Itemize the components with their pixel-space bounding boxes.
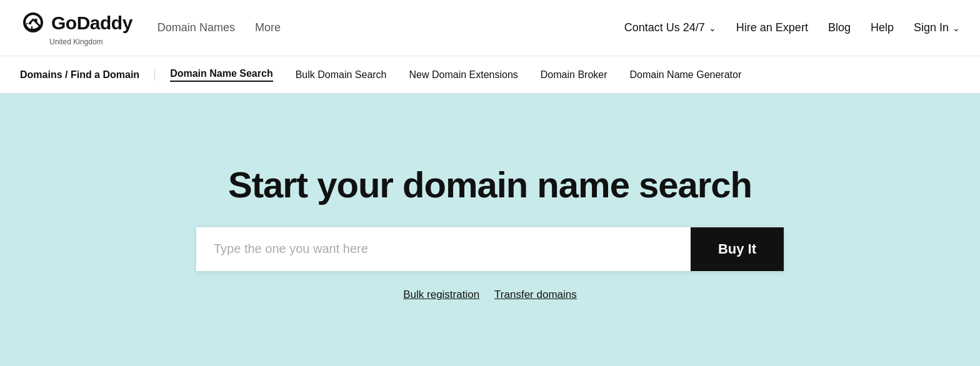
sign-in-button[interactable]: Sign In ⌄ (914, 21, 960, 34)
bulk-registration-link[interactable]: Bulk registration (403, 289, 479, 301)
godaddy-logo-icon (20, 10, 46, 36)
tab-domain-name-search[interactable]: Domain Name Search (170, 68, 273, 82)
header-nav-left: Domain Names More (158, 21, 624, 34)
nav-hire-expert[interactable]: Hire an Expert (736, 21, 808, 34)
tab-domain-broker[interactable]: Domain Broker (541, 69, 608, 81)
breadcrumb: Domains / Find a Domain (20, 69, 155, 81)
search-bar: Buy It (196, 227, 784, 271)
nav-help[interactable]: Help (871, 21, 894, 34)
header: GoDaddy United Kingdom Domain Names More… (0, 0, 980, 56)
logo-text: GoDaddy (51, 12, 132, 34)
nav-domain-names[interactable]: Domain Names (158, 21, 235, 34)
subnav-links: Domain Name Search Bulk Domain Search Ne… (170, 68, 741, 82)
transfer-domains-link[interactable]: Transfer domains (494, 289, 577, 301)
hero-links: Bulk registration Transfer domains (403, 289, 577, 301)
contact-us-label: Contact Us 24/7 (624, 21, 705, 34)
logo-area[interactable]: GoDaddy United Kingdom (20, 10, 132, 46)
nav-more[interactable]: More (255, 21, 281, 34)
buy-it-button[interactable]: Buy It (691, 227, 784, 271)
tab-bulk-domain-search[interactable]: Bulk Domain Search (296, 69, 387, 81)
tab-domain-name-generator[interactable]: Domain Name Generator (630, 69, 742, 81)
contact-us-chevron-icon: ⌄ (709, 23, 716, 33)
hero-title: Start your domain name search (228, 165, 752, 205)
subnav: Domains / Find a Domain Domain Name Sear… (0, 56, 980, 94)
logo-subtitle: United Kingdom (49, 37, 102, 46)
tab-new-domain-extensions[interactable]: New Domain Extensions (409, 69, 518, 81)
header-nav-right: Contact Us 24/7 ⌄ Hire an Expert Blog He… (624, 21, 960, 34)
hero-section: Start your domain name search Buy It Bul… (0, 94, 980, 366)
sign-in-chevron-icon: ⌄ (952, 23, 960, 33)
nav-blog[interactable]: Blog (828, 21, 851, 34)
sign-in-label: Sign In (914, 21, 949, 34)
contact-us-button[interactable]: Contact Us 24/7 ⌄ (624, 21, 716, 34)
domain-search-input[interactable] (196, 227, 691, 271)
